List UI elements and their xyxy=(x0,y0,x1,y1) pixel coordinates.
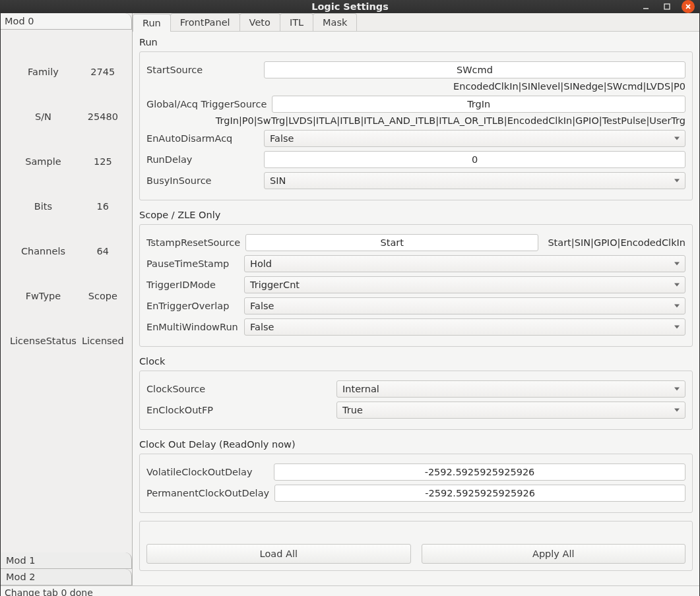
entriggeroverlap-label: EnTriggerOverlap xyxy=(146,301,239,311)
module-tab-0-label: Mod 0 xyxy=(5,16,34,26)
startsource-label: StartSource xyxy=(146,65,259,75)
apply-all-button[interactable]: Apply All xyxy=(422,544,686,564)
minimize-button[interactable] xyxy=(639,0,652,13)
scopezle-group: TstampResetSource Start|SIN|GPIO|Encoded… xyxy=(139,224,693,347)
permanentdelay-input[interactable] xyxy=(274,485,685,502)
clockdelay-section-title: Clock Out Delay (ReadOnly now) xyxy=(139,438,693,452)
info-key-family: Family xyxy=(7,49,79,94)
triggeridmode-select[interactable]: TriggerCnt xyxy=(244,276,685,293)
button-group: Load All Apply All xyxy=(139,521,693,571)
globaltrg-label: Global/Acq TriggerSource xyxy=(146,99,267,109)
globaltrg-input[interactable] xyxy=(272,96,685,113)
svg-rect-1 xyxy=(664,4,670,9)
info-val-family: 2745 xyxy=(79,49,127,94)
globaltrg-hint: TrgIn|P0|SwTrg|LVDS|ITLA|ITLB|ITLA_AND_I… xyxy=(216,115,685,126)
startsource-hint: EncodedClkIn|SINlevel|SINedge|SWcmd|LVDS… xyxy=(453,81,685,92)
volatiledelay-input[interactable] xyxy=(274,463,685,481)
enmultiwindowrun-select[interactable]: False xyxy=(244,318,685,336)
window-title: Logic Settings xyxy=(0,1,700,12)
status-text: Change tab 0 done xyxy=(5,587,93,596)
rundelay-label: RunDelay xyxy=(146,154,259,165)
permanentdelay-label: PermanentClockOutDelay xyxy=(146,488,269,498)
rundelay-input[interactable] xyxy=(264,151,685,168)
scopezle-section-title: Scope / ZLE Only xyxy=(139,208,693,223)
run-section-title: Run xyxy=(139,36,693,50)
tstampreset-hint: Start|SIN|GPIO|EncodedClkIn xyxy=(548,237,685,248)
tstampreset-input[interactable] xyxy=(245,234,538,251)
clock-section-title: Clock xyxy=(139,355,693,369)
tab-run[interactable]: Run xyxy=(133,14,171,32)
clock-group: ClockSource Internal EnClockOutFP True xyxy=(139,371,693,430)
titlebar: Logic Settings xyxy=(0,0,700,13)
enautodisarm-select[interactable]: False xyxy=(264,130,685,147)
module-info: Family2745 S/N25480 Sample125 Bits16 Cha… xyxy=(1,30,132,552)
clocksource-select[interactable]: Internal xyxy=(336,380,685,398)
entriggeroverlap-select[interactable]: False xyxy=(244,297,685,314)
enclockoutfp-select[interactable]: True xyxy=(336,402,685,419)
tab-frontpanel[interactable]: FrontPanel xyxy=(170,13,240,31)
tstampreset-label: TstampResetSource xyxy=(146,237,240,248)
busyinsource-label: BusyInSource xyxy=(146,175,259,186)
info-val-bits: 16 xyxy=(79,184,127,229)
startsource-input[interactable] xyxy=(264,61,685,78)
app-body: Mod 0 Family2745 S/N25480 Sample125 Bits… xyxy=(0,13,700,596)
clockdelay-group: VolatileClockOutDelay PermanentClockOutD… xyxy=(139,454,693,513)
info-key-licensestatus: LicenseStatus xyxy=(7,318,79,363)
info-key-bits: Bits xyxy=(7,184,79,229)
module-tab-1[interactable]: Mod 1 xyxy=(1,552,132,569)
info-val-sample: 125 xyxy=(79,139,127,184)
tab-mask[interactable]: Mask xyxy=(313,13,357,31)
load-all-button[interactable]: Load All xyxy=(146,544,411,564)
clocksource-label: ClockSource xyxy=(146,384,331,394)
maximize-button[interactable] xyxy=(660,0,674,13)
pausets-select[interactable]: Hold xyxy=(244,255,685,272)
module-tab-2-label: Mod 2 xyxy=(6,572,35,582)
enautodisarm-label: EnAutoDisarmAcq xyxy=(146,133,259,144)
info-val-fwtype: Scope xyxy=(79,274,127,318)
triggeridmode-label: TriggerIDMode xyxy=(146,280,239,290)
volatiledelay-label: VolatileClockOutDelay xyxy=(146,467,269,477)
tab-veto[interactable]: Veto xyxy=(239,13,280,31)
busyinsource-select[interactable]: SIN xyxy=(264,172,685,189)
info-key-channels: Channels xyxy=(7,229,79,274)
status-bar: Change tab 0 done xyxy=(1,585,699,596)
info-key-sn: S/N xyxy=(7,94,79,139)
info-key-sample: Sample xyxy=(7,139,79,184)
info-val-licensestatus: Licensed xyxy=(79,318,127,363)
enclockoutfp-label: EnClockOutFP xyxy=(146,405,331,415)
info-val-sn: 25480 xyxy=(79,94,127,139)
module-tab-1-label: Mod 1 xyxy=(6,555,35,566)
settings-panel: Run FrontPanel Veto ITL Mask Run StartSo… xyxy=(133,13,699,585)
module-tab-2[interactable]: Mod 2 xyxy=(1,569,132,585)
enmultiwindowrun-label: EnMultiWindowRun xyxy=(146,322,239,332)
info-key-fwtype: FwType xyxy=(7,274,79,318)
run-group: StartSource EncodedClkIn|SINlevel|SINedg… xyxy=(139,51,693,200)
pausets-label: PauseTimeStamp xyxy=(146,258,239,269)
module-tab-strip: Mod 0 Family2745 S/N25480 Sample125 Bits… xyxy=(1,13,133,585)
close-button[interactable] xyxy=(682,0,695,13)
sub-tab-strip: Run FrontPanel Veto ITL Mask xyxy=(133,13,699,32)
module-tab-0[interactable]: Mod 0 xyxy=(1,13,132,30)
info-val-channels: 64 xyxy=(79,229,127,274)
tab-itl[interactable]: ITL xyxy=(280,13,313,31)
window-controls xyxy=(639,0,695,13)
